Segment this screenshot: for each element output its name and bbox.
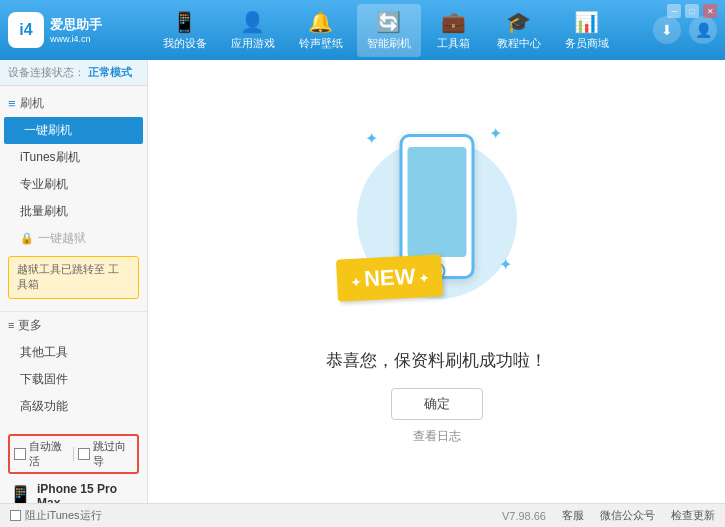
flash-icon: 🔄 [376, 10, 401, 34]
sidebar-item-itunes-flash[interactable]: iTunes刷机 [0, 144, 147, 171]
minimize-button[interactable]: ─ [667, 4, 681, 18]
device-icon: 📱 [172, 10, 197, 34]
version-label: V7.98.66 [502, 510, 546, 522]
device-info: 📱 iPhone 15 Pro Max 512GB iPhone [8, 478, 139, 503]
main-container: 设备连接状态： 正常模式 ≡ 刷机 一键刷机 iTunes刷机 专业刷机 [0, 60, 725, 503]
phone-illustration: ✦ ✦ ✦ NEW [347, 119, 527, 329]
logo-icon: i4 [8, 12, 44, 48]
auto-activate-checkbox[interactable]: 自动激活 [14, 439, 69, 469]
window-controls: ─ □ ✕ [667, 4, 717, 18]
nav-tutorial[interactable]: 🎓 教程中心 [487, 4, 551, 57]
sidebar-item-jailbreak: 🔒 一键越狱 [0, 225, 147, 252]
footer-right: V7.98.66 客服 微信公众号 检查更新 [502, 508, 715, 523]
sidebar-item-one-key-flash[interactable]: 一键刷机 [4, 117, 143, 144]
sidebar-bottom: 自动激活 跳过向导 📱 iPhone 15 Pro Max 512GB [0, 420, 147, 503]
star-icon-1: ✦ [365, 129, 378, 148]
guide-activate-check[interactable] [78, 448, 90, 460]
close-button[interactable]: ✕ [703, 4, 717, 18]
lock-icon: 🔒 [20, 232, 34, 245]
footer-left: 阻止iTunes运行 [10, 508, 102, 523]
success-message: 恭喜您，保资料刷机成功啦！ [326, 349, 547, 372]
itunes-checkbox[interactable] [10, 510, 21, 521]
device-name: iPhone 15 Pro Max [37, 482, 139, 503]
business-icon: 📊 [574, 10, 599, 34]
phone-screen [407, 147, 466, 257]
nav-toolbox[interactable]: 💼 工具箱 [425, 4, 483, 57]
customer-service-link[interactable]: 客服 [562, 508, 584, 523]
wechat-link[interactable]: 微信公众号 [600, 508, 655, 523]
sidebar-item-advanced[interactable]: 高级功能 [0, 393, 147, 420]
new-badge: NEW [335, 254, 442, 301]
sidebar-item-batch-flash[interactable]: 批量刷机 [0, 198, 147, 225]
maximize-button[interactable]: □ [685, 4, 699, 18]
ringtone-icon: 🔔 [308, 10, 333, 34]
flash-section: ≡ 刷机 一键刷机 iTunes刷机 专业刷机 批量刷机 🔒 一键越狱 [0, 86, 147, 307]
download-button[interactable]: ⬇ [653, 16, 681, 44]
separator [73, 447, 74, 461]
flash-section-icon: ≡ [8, 96, 16, 111]
flash-section-header: ≡ 刷机 [0, 90, 147, 117]
more-icon: ≡ [8, 319, 14, 331]
sidebar-item-other-tools[interactable]: 其他工具 [0, 339, 147, 366]
user-button[interactable]: 👤 [689, 16, 717, 44]
guide-activate-checkbox[interactable]: 跳过向导 [78, 439, 133, 469]
app-logo: i4 爱思助手 www.i4.cn [8, 12, 102, 48]
nav-bar: 📱 我的设备 👤 应用游戏 🔔 铃声壁纸 🔄 智能刷机 💼 工具箱 🎓 [118, 4, 653, 57]
header-right: ⬇ 👤 [653, 16, 717, 44]
device-details: iPhone 15 Pro Max 512GB iPhone [37, 482, 139, 503]
nav-smart-flash[interactable]: 🔄 智能刷机 [357, 4, 421, 57]
status-bar: 设备连接状态： 正常模式 [0, 60, 147, 86]
auto-activate-row: 自动激活 跳过向导 [8, 434, 139, 474]
view-log-link[interactable]: 查看日志 [413, 428, 461, 445]
app-header: i4 爱思助手 www.i4.cn 📱 我的设备 👤 应用游戏 🔔 铃声壁纸 🔄 [0, 0, 725, 60]
sidebar-bottom-content: 自动激活 跳过向导 📱 iPhone 15 Pro Max 512GB [0, 428, 147, 503]
itunes-label: 阻止iTunes运行 [25, 508, 102, 523]
nav-business[interactable]: 📊 务员商域 [555, 4, 619, 57]
device-phone-icon: 📱 [8, 484, 33, 503]
confirm-button[interactable]: 确定 [391, 388, 483, 420]
nav-ringtone[interactable]: 🔔 铃声壁纸 [289, 4, 353, 57]
auto-activate-check[interactable] [14, 448, 26, 460]
main-content: ✦ ✦ ✦ NEW 恭喜您，保资料刷机成功啦！ 确定 查看日志 [148, 60, 725, 503]
sidebar-item-download-firmware[interactable]: 下载固件 [0, 366, 147, 393]
star-icon-3: ✦ [499, 255, 512, 274]
sidebar-item-pro-flash[interactable]: 专业刷机 [0, 171, 147, 198]
toolbox-icon: 💼 [441, 10, 466, 34]
logo-url: www.i4.cn [50, 34, 102, 44]
tutorial-icon: 🎓 [506, 10, 531, 34]
check-update-link[interactable]: 检查更新 [671, 508, 715, 523]
more-section-header: ≡ 更多 [0, 311, 147, 339]
sidebar: 设备连接状态： 正常模式 ≡ 刷机 一键刷机 iTunes刷机 专业刷机 [0, 60, 148, 503]
star-icon-2: ✦ [489, 124, 502, 143]
jailbreak-note: 越狱工具已跳转至 工具箱 [8, 256, 139, 299]
nav-my-device[interactable]: 📱 我的设备 [153, 4, 217, 57]
nav-app-games[interactable]: 👤 应用游戏 [221, 4, 285, 57]
app-icon: 👤 [240, 10, 265, 34]
logo-name: 爱思助手 [50, 16, 102, 34]
app-footer: 阻止iTunes运行 V7.98.66 客服 微信公众号 检查更新 [0, 503, 725, 527]
